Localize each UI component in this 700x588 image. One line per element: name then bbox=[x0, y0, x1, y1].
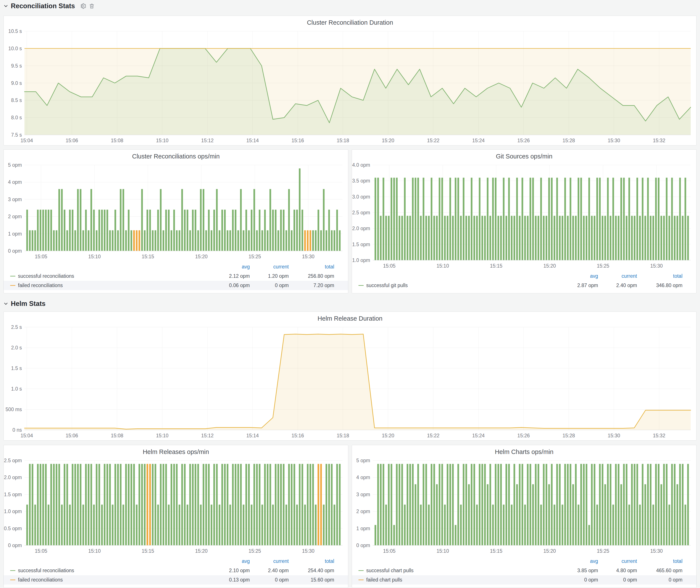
legend-header-avg[interactable]: avg bbox=[211, 558, 250, 564]
legend-header-total[interactable]: total bbox=[289, 264, 334, 270]
svg-text:500 ms: 500 ms bbox=[6, 407, 22, 412]
svg-text:15:05: 15:05 bbox=[383, 263, 396, 269]
legend-row-successful: successful reconciliations 2.10 opm 2.40… bbox=[4, 566, 348, 575]
svg-text:15:16: 15:16 bbox=[292, 433, 304, 438]
legend-header-avg[interactable]: avg bbox=[211, 264, 250, 270]
legend-series-name: successful chart pulls bbox=[366, 568, 414, 573]
svg-text:15:08: 15:08 bbox=[111, 433, 123, 438]
svg-text:15:12: 15:12 bbox=[201, 433, 214, 438]
section-settings-button[interactable] bbox=[80, 3, 86, 9]
legend-series-toggle[interactable]: failed reconciliations bbox=[10, 577, 211, 583]
svg-text:15:05: 15:05 bbox=[383, 548, 396, 554]
svg-text:15:14: 15:14 bbox=[246, 433, 259, 438]
svg-text:5 opm: 5 opm bbox=[8, 162, 22, 168]
svg-text:15:24: 15:24 bbox=[472, 138, 485, 143]
section-title[interactable]: Helm Stats bbox=[11, 300, 45, 308]
legend-value-current: 1.20 opm bbox=[250, 273, 289, 279]
legend-header-current[interactable]: current bbox=[598, 273, 637, 279]
svg-text:15:24: 15:24 bbox=[472, 433, 485, 438]
svg-text:15:15: 15:15 bbox=[490, 263, 503, 269]
svg-text:15:10: 15:10 bbox=[437, 548, 449, 554]
legend-value-total: 346.80 opm bbox=[637, 283, 682, 288]
legend-header-current[interactable]: current bbox=[250, 264, 289, 270]
panel-title[interactable]: Git Sources ops/min bbox=[352, 150, 696, 161]
legend-header-row: avg current total bbox=[352, 557, 696, 566]
svg-text:2.0 opm: 2.0 opm bbox=[4, 475, 22, 480]
legend-value-current: 2.40 opm bbox=[598, 283, 637, 288]
svg-text:2 opm: 2 opm bbox=[8, 214, 22, 219]
series-swatch bbox=[358, 580, 364, 580]
svg-text:3.0 opm: 3.0 opm bbox=[352, 194, 370, 200]
svg-text:1.5 opm: 1.5 opm bbox=[352, 242, 370, 247]
svg-text:7.5 s: 7.5 s bbox=[11, 132, 22, 138]
svg-text:5 opm: 5 opm bbox=[356, 458, 370, 463]
svg-text:15:08: 15:08 bbox=[111, 138, 123, 143]
legend-series-toggle[interactable]: successful chart pulls bbox=[358, 568, 559, 573]
svg-text:15:20: 15:20 bbox=[382, 138, 394, 143]
series-swatch bbox=[10, 570, 15, 571]
section-title[interactable]: Reconciliation Stats bbox=[11, 2, 75, 10]
legend-value-total: 256.80 opm bbox=[289, 273, 334, 279]
panel-title[interactable]: Helm Charts ops/min bbox=[352, 445, 696, 457]
svg-text:15:10: 15:10 bbox=[88, 548, 101, 554]
helm-charts-plot[interactable]: 0 opm1 opm2 opm3 opm4 opm5 opm15:0515:10… bbox=[352, 457, 696, 556]
helm-release-duration-plot[interactable]: 0 ns500 ms1.0 s1.5 s2.0 s2.5 s15:0415:06… bbox=[4, 323, 696, 440]
section-delete-button[interactable] bbox=[89, 3, 95, 9]
svg-text:9.5 s: 9.5 s bbox=[11, 63, 22, 69]
svg-text:1 opm: 1 opm bbox=[356, 526, 370, 531]
cluster-reconciliations-plot[interactable]: 0 opm1 opm2 opm3 opm4 opm5 opm15:0515:10… bbox=[4, 161, 348, 261]
legend-series-toggle[interactable]: failed chart pulls bbox=[358, 577, 559, 583]
svg-text:15:12: 15:12 bbox=[201, 138, 214, 143]
legend-value-avg: 2.87 opm bbox=[559, 283, 598, 288]
legend-series-toggle[interactable]: successful reconciliations bbox=[10, 568, 211, 573]
chevron-down-icon bbox=[3, 4, 8, 8]
legend-row-failed: failed reconciliations 0.13 opm 0 opm 15… bbox=[4, 575, 348, 585]
legend-header-avg[interactable]: avg bbox=[559, 273, 598, 279]
panel-title[interactable]: Helm Release Duration bbox=[4, 312, 696, 323]
panel-helm-charts-opm: Helm Charts ops/min 0 opm1 opm2 opm3 opm… bbox=[352, 445, 697, 588]
panel-title[interactable]: Cluster Reconciliation Duration bbox=[4, 16, 696, 27]
section-collapse-toggle[interactable] bbox=[3, 4, 8, 8]
svg-text:15:20: 15:20 bbox=[195, 254, 208, 259]
svg-text:15:22: 15:22 bbox=[427, 433, 440, 438]
legend-value-total: 0 opm bbox=[637, 577, 682, 583]
svg-text:15:16: 15:16 bbox=[292, 138, 304, 143]
svg-text:2.5 opm: 2.5 opm bbox=[352, 210, 370, 215]
svg-text:2.5 opm: 2.5 opm bbox=[4, 458, 22, 463]
legend-series-toggle[interactable]: successful git pulls bbox=[358, 283, 559, 288]
legend-header-avg[interactable]: avg bbox=[559, 558, 598, 564]
legend-header-total[interactable]: total bbox=[637, 558, 682, 564]
svg-text:15:14: 15:14 bbox=[246, 138, 259, 143]
helm-releases-plot[interactable]: 0 opm0.5 opm1.0 opm1.5 opm2.0 opm2.5 opm… bbox=[4, 457, 348, 556]
svg-text:8.0 s: 8.0 s bbox=[11, 115, 22, 120]
legend-header-total[interactable]: total bbox=[289, 558, 334, 564]
cluster-reconciliation-duration-plot[interactable]: 7.5 s8.0 s8.5 s9.0 s9.5 s10.0 s10.5 s15:… bbox=[4, 27, 696, 145]
series-swatch bbox=[10, 285, 15, 286]
legend: avg current total successful reconciliat… bbox=[4, 556, 348, 588]
git-sources-plot[interactable]: 1.0 opm1.5 opm2.0 opm2.5 opm3.0 opm3.5 o… bbox=[352, 161, 696, 271]
legend-header-current[interactable]: current bbox=[250, 558, 289, 564]
svg-text:15:18: 15:18 bbox=[337, 138, 349, 143]
legend-series-toggle[interactable]: failed reconciliations bbox=[10, 283, 211, 288]
legend-series-toggle[interactable]: successful reconciliations bbox=[10, 273, 211, 279]
svg-text:15:20: 15:20 bbox=[543, 548, 556, 554]
legend-header-total[interactable]: total bbox=[637, 273, 682, 279]
svg-text:15:30: 15:30 bbox=[302, 548, 315, 554]
legend-series-name: failed reconciliations bbox=[18, 577, 63, 583]
svg-text:15:30: 15:30 bbox=[650, 263, 663, 269]
section-collapse-toggle[interactable] bbox=[3, 301, 8, 306]
legend-header-row: avg current total bbox=[4, 262, 348, 271]
legend-row-successful: successful chart pulls 3.85 opm 4.80 opm… bbox=[352, 566, 696, 575]
legend-value-avg: 2.12 opm bbox=[211, 273, 250, 279]
svg-text:15:25: 15:25 bbox=[248, 548, 261, 554]
svg-text:15:20: 15:20 bbox=[195, 548, 208, 554]
svg-text:15:15: 15:15 bbox=[142, 548, 154, 554]
legend-value-current: 0 opm bbox=[250, 283, 289, 288]
svg-text:15:10: 15:10 bbox=[156, 138, 169, 143]
panel-title[interactable]: Helm Releases ops/min bbox=[4, 445, 348, 457]
svg-text:0 opm: 0 opm bbox=[8, 248, 22, 254]
panel-title[interactable]: Cluster Reconciliations ops/min bbox=[4, 150, 348, 161]
legend-header-current[interactable]: current bbox=[598, 558, 637, 564]
svg-text:1 opm: 1 opm bbox=[8, 231, 22, 237]
legend-row-successful: successful git pulls 2.87 opm 2.40 opm 3… bbox=[352, 281, 696, 290]
